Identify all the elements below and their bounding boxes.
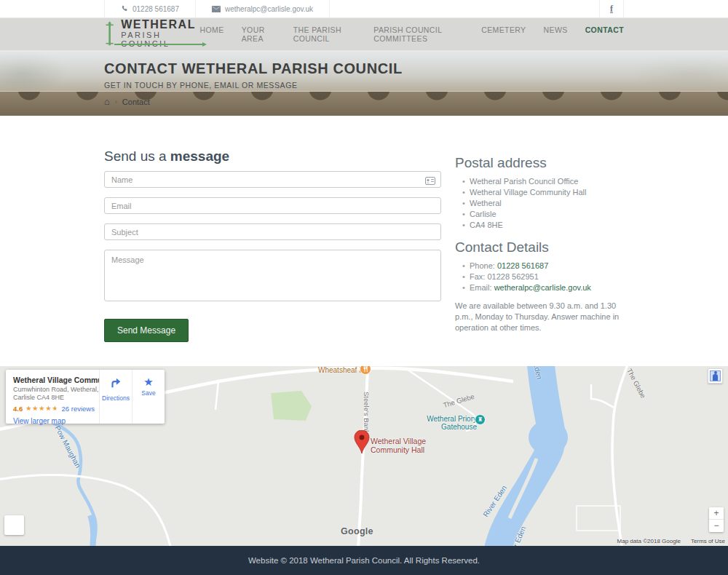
nav-contact[interactable]: CONTACT [585,25,624,43]
breadcrumb-separator: › [115,98,117,106]
send-message-button[interactable]: Send Message [104,319,189,342]
logo-underline [114,44,203,45]
historic-site-icon[interactable]: ♜ [475,414,486,425]
home-icon[interactable]: ⌂ [104,97,110,106]
site-footer: Website © 2018 Wetheral Parish Council. … [0,546,728,575]
site-logo[interactable]: WETHERAL PARISH COUNCIL [104,18,200,50]
save-star-icon: ★ [143,376,153,387]
nav-cemetery[interactable]: CEMETERY [481,25,526,43]
email-link[interactable]: wetheralpc@carlisle.gov.uk [494,283,591,292]
page-subtitle: GET IN TOUCH BY PHONE, EMAIL OR MESSAGE [104,81,624,90]
hero-banner: CONTACT WETHERAL PARISH COUNCIL GET IN T… [0,52,728,116]
rating-score: 4.6 [13,405,23,413]
topbar: 01228 561687 wetheralpc@carlisle.gov.uk … [0,0,728,18]
rating-stars: ★★★★★★★★★★ [25,405,58,412]
contact-email-row: Email: wetheralpc@carlisle.gov.uk [462,282,624,293]
main-content: Send us a message Send Message Postal ad… [104,116,624,366]
postal-address-list: Wetheral Parish Council Office Wetheral … [455,176,624,231]
message-textarea[interactable] [104,250,441,301]
envelope-icon [212,6,221,12]
phone-link[interactable]: 01228 561687 [497,261,548,270]
contact-phone-row: Phone: 01228 561687 [462,261,624,271]
zoom-out-button[interactable]: − [709,520,724,532]
form-heading: Send us a message [104,148,441,164]
postal-line: CA4 8HE [462,220,624,231]
main-nav: HOME YOUR AREA THE PARISH COUNCIL PARISH… [200,25,624,43]
nav-your-area[interactable]: YOUR AREA [242,25,276,43]
map-pin[interactable] [354,430,370,454]
pin-label: Wetheral VillageCommunity Hall [371,437,426,454]
priory-gatehouse-label[interactable]: Wetheral PrioryGatehouse [419,415,477,431]
phone-icon [121,5,128,12]
facebook-icon[interactable]: f [599,0,624,17]
breadcrumb: ⌂ › Contact [104,97,624,106]
topbar-phone-text: 01228 561687 [132,5,179,13]
nav-news[interactable]: NEWS [544,25,568,43]
topbar-email-text: wetheralpc@carlisle.gov.uk [225,5,313,13]
directions-button[interactable]: Directions [99,370,132,424]
map-card-address: Cumwhinton Road, Wetheral, Carlisle CA4 … [13,386,99,402]
river-eden-shape [497,366,552,546]
contact-details-list: Phone: 01228 561687 Fax: 01228 562951 Em… [455,261,624,293]
email-input[interactable] [104,197,441,214]
name-input[interactable] [104,171,441,188]
terms-of-use-link[interactable]: Terms of Use [691,538,725,544]
map-card-title: Wetheral Village Community ... [13,376,99,384]
park-area [271,391,312,421]
pegman-icon [710,370,721,381]
contact-fax-row: Fax: 01228 562951 [462,271,624,282]
postal-line: Wetheral [462,198,624,209]
nav-committees[interactable]: PARISH COUNCIL COMMITTEES [373,25,464,43]
directions-icon [109,376,122,392]
postal-line: Carlisle [462,209,624,220]
availability-text: We are available between 9.30 a.m. and 1… [455,301,624,333]
site-header: WETHERAL PARISH COUNCIL HOME YOUR AREA T… [0,18,728,52]
contact-details-heading: Contact Details [455,239,624,255]
logo-line1: WETHERAL [121,18,199,31]
nav-home[interactable]: HOME [200,25,224,43]
signpost-icon [104,19,115,49]
google-map[interactable]: Wheatsheaf Inn Steele's Bank The Glebe T… [0,366,728,546]
postal-line: Wetheral Parish Council Office [462,176,624,187]
postal-address-heading: Postal address [455,155,624,171]
copyright-text: Website © 2018 Wetheral Parish Council. … [248,556,480,565]
topbar-phone[interactable]: 01228 561687 [104,0,195,17]
nav-parish-council[interactable]: THE PARISH COUNCIL [293,25,357,43]
subject-input[interactable] [104,223,441,240]
map-attribution: Map data ©2018 Google [617,538,681,544]
pegman-button[interactable] [708,368,723,384]
satellite-toggle[interactable] [4,515,24,535]
breadcrumb-current: Contact [122,98,150,106]
zoom-controls: + − [709,507,724,532]
contact-form-column: Send us a message Send Message [104,148,441,366]
view-larger-map-link[interactable]: View larger map [13,417,66,425]
zoom-in-button[interactable]: + [709,507,724,520]
google-logo[interactable]: Google [341,526,373,536]
contact-form: Send Message [104,171,441,342]
save-button[interactable]: ★ Save [132,370,165,424]
contact-info-column: Postal address Wetheral Parish Council O… [455,148,624,366]
contact-card-icon [425,175,435,188]
topbar-email[interactable]: wetheralpc@carlisle.gov.uk [195,0,330,17]
page-title: CONTACT WETHERAL PARISH COUNCIL [104,60,624,77]
reviews-link[interactable]: 26 reviews [62,405,95,413]
map-info-card: Wetheral Village Community ... Cumwhinto… [6,370,165,424]
steeles-bank-label: Steele's Bank [363,392,371,434]
postal-line: Wetheral Village Community Hall [462,187,624,198]
